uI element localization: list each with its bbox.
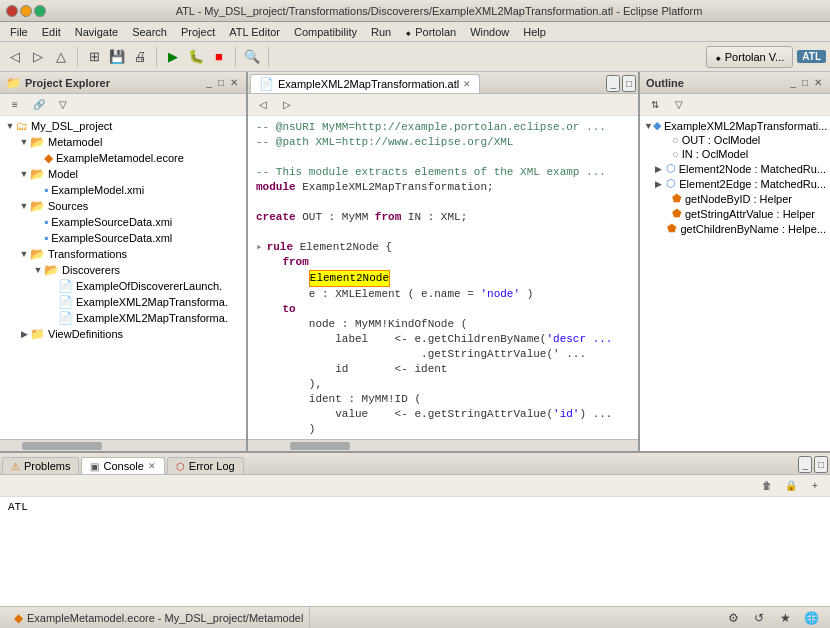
menu-item-project[interactable]: Project bbox=[175, 25, 221, 39]
tree-item-source-xmi[interactable]: ▪ ExampleSourceData.xmi bbox=[0, 214, 246, 230]
minimize-panel-button[interactable]: _ bbox=[204, 76, 214, 89]
tree-toggle[interactable]: ▶ bbox=[18, 329, 30, 339]
editor-tab-xml2map[interactable]: 📄 ExampleXML2MapTransformation.atl ✕ bbox=[250, 74, 480, 93]
bottom-maximize-button[interactable]: □ bbox=[814, 456, 828, 473]
menu-item-run[interactable]: Run bbox=[365, 25, 397, 39]
status-settings-button[interactable]: ⚙ bbox=[722, 607, 744, 629]
tree-item-disc-launch[interactable]: 📄 ExampleOfDiscovererLaunch. bbox=[0, 278, 246, 294]
tree-item-xml2map2[interactable]: 📄 ExampleXML2MapTransforma. bbox=[0, 310, 246, 326]
menu-item-⬥-portolan[interactable]: ⬥ Portolan bbox=[399, 25, 462, 39]
tree-toggle[interactable]: ▶ bbox=[655, 164, 666, 174]
status-star-button[interactable]: ★ bbox=[774, 607, 796, 629]
menu-item-help[interactable]: Help bbox=[517, 25, 552, 39]
tree-toggle[interactable]: ▼ bbox=[4, 121, 16, 131]
code-line: id <- ident bbox=[256, 362, 630, 377]
project-explorer-hscroll[interactable] bbox=[0, 439, 246, 451]
minimize-button[interactable] bbox=[20, 5, 32, 17]
collapse-all-button[interactable]: ≡ bbox=[4, 94, 26, 116]
editor-maximize-button[interactable]: □ bbox=[622, 75, 636, 92]
portolan-button[interactable]: ⬥ Portolan V... bbox=[706, 46, 794, 68]
stop-button[interactable]: ■ bbox=[208, 46, 230, 68]
back-button[interactable]: ◁ bbox=[4, 46, 26, 68]
menu-item-atl-editor[interactable]: ATL Editor bbox=[223, 25, 286, 39]
outline-maximize-button[interactable]: □ bbox=[800, 76, 810, 89]
project-explorer-toolbar: ≡ 🔗 ▽ bbox=[0, 94, 246, 116]
sources-label: Sources bbox=[48, 200, 88, 212]
outline-item-element2node[interactable]: ▶ ⬡ Element2Node : MatchedRu... bbox=[640, 161, 830, 176]
tree-item-example-metamodel[interactable]: ◆ ExampleMetamodel.ecore bbox=[0, 150, 246, 166]
tree-toggle[interactable]: ▼ bbox=[32, 265, 44, 275]
console-tab-close[interactable]: ✕ bbox=[148, 461, 156, 471]
editor-forward-button[interactable]: ▷ bbox=[276, 94, 298, 116]
clear-console-button[interactable]: 🗑 bbox=[756, 475, 778, 497]
outline-item-getchildrenbyname[interactable]: ⬟ getChildrenByName : Helpe... bbox=[640, 221, 830, 236]
tree-toggle[interactable]: ▼ bbox=[18, 201, 30, 211]
bottom-minimize-button[interactable]: _ bbox=[798, 456, 812, 473]
menu-item-file[interactable]: File bbox=[4, 25, 34, 39]
tab-console[interactable]: ▣ Console ✕ bbox=[81, 457, 164, 474]
outline-close-button[interactable]: ✕ bbox=[812, 76, 824, 89]
tree-item-my-dsl-project[interactable]: ▼ 🗂 My_DSL_project bbox=[0, 118, 246, 134]
tab-error-log[interactable]: ⬡ Error Log bbox=[167, 457, 244, 474]
hscroll-thumb[interactable] bbox=[290, 442, 350, 450]
search-button[interactable]: 🔍 bbox=[241, 46, 263, 68]
tree-item-metamodel[interactable]: ▼ 📂 Metamodel bbox=[0, 134, 246, 150]
console-new-button[interactable]: + bbox=[804, 475, 826, 497]
menu-item-navigate[interactable]: Navigate bbox=[69, 25, 124, 39]
outline-sort-button[interactable]: ⇅ bbox=[644, 94, 666, 116]
maximize-panel-button[interactable]: □ bbox=[216, 76, 226, 89]
tree-toggle[interactable]: ▼ bbox=[18, 137, 30, 147]
editor-tab-close[interactable]: ✕ bbox=[463, 79, 471, 89]
error-log-icon: ⬡ bbox=[176, 461, 185, 472]
menu-item-window[interactable]: Window bbox=[464, 25, 515, 39]
tree-item-xml2map1[interactable]: 📄 ExampleXML2MapTransforma. bbox=[0, 294, 246, 310]
tree-item-example-model[interactable]: ▪ ExampleModel.xmi bbox=[0, 182, 246, 198]
editor-back-button[interactable]: ◁ bbox=[252, 94, 274, 116]
editor-minimize-button[interactable]: _ bbox=[606, 75, 620, 92]
tree-item-source-xml[interactable]: ▪ ExampleSourceData.xml bbox=[0, 230, 246, 246]
save-button[interactable]: 💾 bbox=[106, 46, 128, 68]
forward-button[interactable]: ▷ bbox=[27, 46, 49, 68]
menu-item-edit[interactable]: Edit bbox=[36, 25, 67, 39]
run-button[interactable]: ▶ bbox=[162, 46, 184, 68]
link-editor-button[interactable]: 🔗 bbox=[28, 94, 50, 116]
tree-item-discoverers[interactable]: ▼ 📂 Discoverers bbox=[0, 262, 246, 278]
code-editor[interactable]: -- @nsURI MyMM=http://example.portolan.e… bbox=[248, 116, 638, 439]
console-content[interactable]: ATL bbox=[0, 497, 830, 606]
scroll-lock-button[interactable]: 🔒 bbox=[780, 475, 802, 497]
code-line: -- This module extracts elements of the … bbox=[256, 165, 630, 180]
tree-toggle[interactable]: ▶ bbox=[655, 179, 666, 189]
editor-hscroll[interactable] bbox=[248, 439, 638, 451]
close-button[interactable] bbox=[6, 5, 18, 17]
outline-label: OUT : OclModel bbox=[682, 134, 761, 146]
outline-item-element2edge[interactable]: ▶ ⬡ Element2Edge : MatchedRu... bbox=[640, 176, 830, 191]
outline-item-out[interactable]: ○ OUT : OclModel bbox=[640, 133, 830, 147]
tree-toggle[interactable]: ▼ bbox=[18, 249, 30, 259]
tab-problems[interactable]: ⚠ Problems bbox=[2, 457, 79, 474]
tree-toggle[interactable]: ▼ bbox=[644, 121, 653, 131]
tree-item-sources[interactable]: ▼ 📂 Sources bbox=[0, 198, 246, 214]
new-button[interactable]: ⊞ bbox=[83, 46, 105, 68]
tree-toggle[interactable]: ▼ bbox=[18, 169, 30, 179]
hscroll-thumb[interactable] bbox=[22, 442, 102, 450]
atl-badge: ATL bbox=[797, 50, 826, 63]
print-button[interactable]: 🖨 bbox=[129, 46, 151, 68]
maximize-button[interactable] bbox=[34, 5, 46, 17]
outline-item-getstringattrvalue[interactable]: ⬟ getStringAttrValue : Helper bbox=[640, 206, 830, 221]
outline-item-in[interactable]: ○ IN : OclModel bbox=[640, 147, 830, 161]
filter-button[interactable]: ▽ bbox=[52, 94, 74, 116]
outline-item-getnodebyid[interactable]: ⬟ getNodeByID : Helper bbox=[640, 191, 830, 206]
status-info-button[interactable]: 🌐 bbox=[800, 607, 822, 629]
outline-filter-button[interactable]: ▽ bbox=[668, 94, 690, 116]
tree-item-model[interactable]: ▼ 📂 Model bbox=[0, 166, 246, 182]
tree-item-transformations[interactable]: ▼ 📂 Transformations bbox=[0, 246, 246, 262]
up-button[interactable]: △ bbox=[50, 46, 72, 68]
menu-item-compatibility[interactable]: Compatibility bbox=[288, 25, 363, 39]
debug-button[interactable]: 🐛 bbox=[185, 46, 207, 68]
outline-item-module[interactable]: ▼ ◆ ExampleXML2MapTransformati... bbox=[640, 118, 830, 133]
close-panel-button[interactable]: ✕ bbox=[228, 76, 240, 89]
outline-minimize-button[interactable]: _ bbox=[788, 76, 798, 89]
menu-item-search[interactable]: Search bbox=[126, 25, 173, 39]
status-sync-button[interactable]: ↺ bbox=[748, 607, 770, 629]
tree-item-viewdefinitions[interactable]: ▶ 📁 ViewDefinitions bbox=[0, 326, 246, 342]
